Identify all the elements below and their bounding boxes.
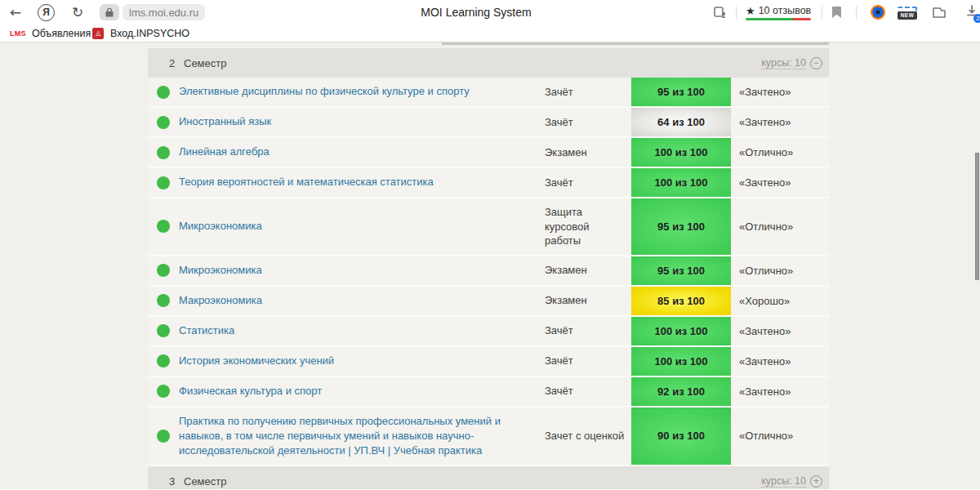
status-dot-icon bbox=[157, 385, 170, 398]
courses-count-link[interactable]: курсы: 10 bbox=[761, 57, 806, 69]
grade-label: «Хорошо» bbox=[731, 295, 790, 307]
downloads-button[interactable]: 2 bbox=[966, 0, 978, 24]
grades-table: 2 Семестр курсы: 10 − Элективные дисципл… bbox=[148, 48, 829, 489]
courses-count-link[interactable]: курсы: 10 bbox=[761, 475, 806, 488]
score-badge: 95 из 100 bbox=[631, 256, 731, 285]
bookmark-item-announcements[interactable]: LMS Объявления bbox=[10, 24, 91, 42]
refresh-button[interactable]: ↻ bbox=[72, 0, 83, 24]
course-status-cell bbox=[148, 377, 179, 406]
status-dot-icon bbox=[157, 264, 170, 277]
assessment-type-label: Экзамен bbox=[545, 139, 631, 167]
status-dot-icon bbox=[157, 294, 170, 307]
grade-label: «Зачтено» bbox=[731, 325, 791, 337]
course-row: Элективные дисциплины по физической куль… bbox=[148, 78, 829, 108]
back-icon: ← bbox=[10, 4, 21, 20]
course-name-link[interactable]: История экономических учений bbox=[179, 347, 545, 375]
course-name-link[interactable]: Микроэкономика bbox=[179, 256, 545, 284]
course-name-link[interactable]: Элективные дисциплины по физической куль… bbox=[179, 78, 545, 105]
course-name-link[interactable]: Теория вероятностей и математическая ста… bbox=[179, 168, 545, 196]
assessment-type-label: Зачёт bbox=[545, 347, 631, 375]
course-name-link[interactable]: Макроэкономика bbox=[179, 287, 545, 314]
back-button[interactable]: ← bbox=[10, 0, 21, 24]
yandex-home-button[interactable]: Я bbox=[38, 0, 55, 24]
course-row: Макроэкономика Экзамен 85 из 100 «Хорошо… bbox=[148, 287, 829, 317]
course-name-link[interactable]: Физическая культура и спорт bbox=[179, 377, 545, 405]
reviews-count-label: 10 отзывов bbox=[759, 5, 812, 16]
course-row: Микроэкономика Защита курсовой работы 95… bbox=[148, 198, 829, 256]
address-bar[interactable]: lms.moi.edu.ru bbox=[122, 0, 205, 24]
new-feature-button[interactable]: NEW bbox=[898, 0, 917, 24]
course-name-link[interactable]: Практика по получению первичных професси… bbox=[179, 408, 545, 466]
separator bbox=[736, 0, 737, 24]
semester-title: Семестр bbox=[184, 475, 226, 488]
score-badge: 95 из 100 bbox=[631, 78, 731, 106]
bookmark-label: Объявления bbox=[32, 28, 91, 39]
protect-icon bbox=[714, 7, 728, 19]
course-status-cell bbox=[148, 408, 179, 466]
vertical-scrollbar-thumb[interactable] bbox=[975, 153, 979, 280]
course-status-cell bbox=[148, 256, 179, 285]
score-badge: 92 из 100 bbox=[631, 377, 731, 406]
course-status-cell bbox=[148, 347, 179, 376]
bookmark-flag-icon bbox=[832, 7, 841, 18]
browser-toolbar: ← Я ↻ lms.moi.edu.ru MOI Learning System… bbox=[0, 0, 980, 24]
expand-section-icon[interactable]: + bbox=[810, 475, 822, 488]
score-badge: 90 из 100 bbox=[631, 408, 731, 466]
protect-button[interactable] bbox=[714, 0, 728, 24]
course-name-link[interactable]: Линейная алгебра bbox=[179, 138, 545, 166]
refresh-icon: ↻ bbox=[72, 4, 83, 20]
course-name-link[interactable]: Статистика bbox=[179, 317, 545, 345]
extension-button[interactable] bbox=[871, 0, 885, 24]
lms-favicon: LMS bbox=[10, 29, 26, 38]
grade-label: «Зачтено» bbox=[731, 116, 791, 128]
course-row: Иностранный язык Зачёт 64 из 100 «Зачтен… bbox=[148, 108, 829, 138]
status-dot-icon bbox=[157, 430, 170, 443]
reviews-rating-bar bbox=[746, 18, 811, 20]
course-name-link[interactable]: Микроэкономика bbox=[179, 212, 545, 240]
site-reviews-button[interactable]: ★ 10 отзывов bbox=[746, 0, 811, 24]
course-row: Практика по получению первичных професси… bbox=[148, 408, 829, 467]
assessment-type-label: Зачет с оценкой bbox=[545, 422, 631, 450]
assessment-type-label: Экзамен bbox=[545, 256, 631, 284]
semester-title: Семестр bbox=[184, 57, 226, 69]
course-row: История экономических учений Зачёт 100 и… bbox=[148, 347, 829, 377]
course-status-cell bbox=[148, 138, 179, 167]
score-badge: 100 из 100 bbox=[631, 347, 731, 376]
status-dot-icon bbox=[157, 146, 170, 159]
course-status-cell bbox=[148, 198, 179, 255]
grade-label: «Зачтено» bbox=[731, 385, 791, 398]
course-rows: Элективные дисциплины по физической куль… bbox=[148, 78, 829, 466]
grade-label: «Зачтено» bbox=[731, 86, 791, 98]
status-dot-icon bbox=[157, 220, 170, 233]
semester-number: 3 bbox=[169, 475, 184, 488]
collapse-section-icon[interactable]: − bbox=[810, 57, 822, 69]
course-row: Теория вероятностей и математическая ста… bbox=[148, 168, 829, 198]
assessment-type-label: Зачёт bbox=[545, 317, 631, 345]
score-badge: 100 из 100 bbox=[631, 168, 731, 197]
page-title: MOI Learning System bbox=[421, 6, 531, 19]
site-security-button[interactable] bbox=[100, 0, 119, 24]
assessment-type-label: Экзамен bbox=[545, 287, 631, 314]
bookmark-page-button[interactable] bbox=[832, 0, 841, 24]
bookmark-item-inpsycho[interactable]: ◬ Вход.INPSYCHO bbox=[92, 24, 189, 42]
status-dot-icon bbox=[157, 176, 170, 189]
collections-icon bbox=[932, 7, 947, 19]
assessment-type-label: Зачёт bbox=[545, 377, 631, 405]
assessment-type-label: Зачёт bbox=[545, 78, 631, 106]
separator bbox=[822, 0, 822, 24]
status-dot-icon bbox=[157, 324, 170, 337]
grade-label: «Отлично» bbox=[731, 430, 793, 442]
semester-2-header: 2 Семестр курсы: 10 − bbox=[148, 48, 829, 78]
course-status-cell bbox=[148, 168, 179, 197]
course-status-cell bbox=[148, 108, 179, 136]
score-badge: 95 из 100 bbox=[631, 198, 731, 255]
course-row: Линейная алгебра Экзамен 100 из 100 «Отл… bbox=[148, 138, 829, 168]
status-dot-icon bbox=[157, 86, 170, 99]
collections-button[interactable] bbox=[932, 0, 947, 24]
course-name-link[interactable]: Иностранный язык bbox=[179, 108, 545, 136]
download-count-badge: 2 bbox=[973, 14, 980, 23]
assessment-type-label: Зачёт bbox=[545, 109, 631, 136]
course-row: Микроэкономика Экзамен 95 из 100 «Отличн… bbox=[148, 256, 829, 287]
grade-label: «Отлично» bbox=[731, 265, 793, 277]
lms-page: 2 Семестр курсы: 10 − Элективные дисципл… bbox=[0, 42, 980, 489]
